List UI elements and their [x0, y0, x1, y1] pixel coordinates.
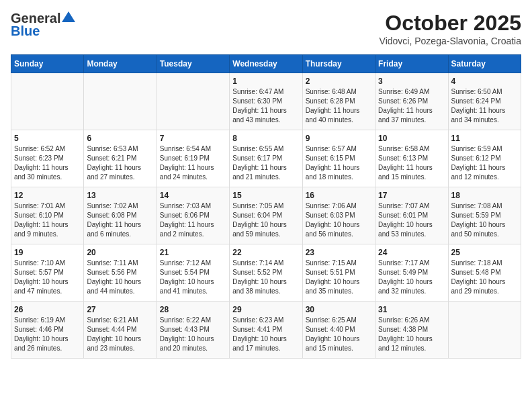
day-number: 4 [451, 77, 518, 86]
day-number: 28 [160, 305, 226, 314]
calendar-cell: 20Sunrise: 7:11 AM Sunset: 5:56 PM Dayli… [84, 244, 157, 302]
day-info: Sunrise: 7:03 AM Sunset: 6:06 PM Dayligh… [160, 201, 226, 239]
calendar-cell: 25Sunrise: 7:18 AM Sunset: 5:48 PM Dayli… [448, 244, 521, 302]
week-row-5: 26Sunrise: 6:19 AM Sunset: 4:46 PM Dayli… [11, 302, 521, 359]
day-info: Sunrise: 7:08 AM Sunset: 5:59 PM Dayligh… [451, 201, 518, 239]
day-info: Sunrise: 6:21 AM Sunset: 4:44 PM Dayligh… [87, 316, 153, 353]
day-number: 27 [87, 305, 153, 314]
day-info: Sunrise: 7:05 AM Sunset: 6:04 PM Dayligh… [232, 201, 299, 239]
day-info: Sunrise: 6:48 AM Sunset: 6:28 PM Dayligh… [306, 87, 372, 125]
calendar-cell: 6Sunrise: 6:53 AM Sunset: 6:21 PM Daylig… [84, 130, 157, 187]
calendar-cell: 13Sunrise: 7:02 AM Sunset: 6:08 PM Dayli… [84, 187, 157, 244]
day-number: 12 [14, 191, 81, 200]
day-number: 2 [306, 77, 372, 86]
day-number: 17 [378, 191, 445, 200]
day-info: Sunrise: 6:57 AM Sunset: 6:15 PM Dayligh… [306, 144, 372, 182]
calendar-cell: 5Sunrise: 6:52 AM Sunset: 6:23 PM Daylig… [11, 130, 84, 187]
day-info: Sunrise: 6:50 AM Sunset: 6:24 PM Dayligh… [451, 87, 518, 125]
day-info: Sunrise: 6:55 AM Sunset: 6:17 PM Dayligh… [232, 144, 299, 182]
day-header-sunday: Sunday [11, 55, 84, 73]
calendar-cell: 24Sunrise: 7:17 AM Sunset: 5:49 PM Dayli… [375, 244, 448, 302]
day-header-tuesday: Tuesday [157, 55, 229, 73]
day-info: Sunrise: 7:10 AM Sunset: 5:57 PM Dayligh… [14, 259, 81, 296]
calendar-cell [84, 73, 157, 130]
logo: General Blue [11, 11, 75, 39]
day-info: Sunrise: 6:49 AM Sunset: 6:26 PM Dayligh… [378, 87, 445, 125]
calendar-cell: 17Sunrise: 7:07 AM Sunset: 6:01 PM Dayli… [375, 187, 448, 244]
day-number: 9 [306, 134, 372, 143]
day-header-monday: Monday [84, 55, 157, 73]
day-number: 13 [87, 191, 153, 200]
day-number: 25 [451, 248, 518, 257]
day-header-saturday: Saturday [448, 55, 521, 73]
calendar-cell [157, 73, 229, 130]
day-number: 10 [378, 134, 445, 143]
day-header-wednesday: Wednesday [230, 55, 302, 73]
day-info: Sunrise: 7:11 AM Sunset: 5:56 PM Dayligh… [87, 259, 153, 296]
calendar-cell: 30Sunrise: 6:25 AM Sunset: 4:40 PM Dayli… [302, 302, 375, 359]
logo-icon [62, 11, 75, 22]
calendar-cell: 2Sunrise: 6:48 AM Sunset: 6:28 PM Daylig… [302, 73, 375, 130]
day-info: Sunrise: 6:23 AM Sunset: 4:41 PM Dayligh… [232, 316, 299, 353]
calendar-cell [448, 302, 521, 359]
calendar-cell: 3Sunrise: 6:49 AM Sunset: 6:26 PM Daylig… [375, 73, 448, 130]
day-info: Sunrise: 6:52 AM Sunset: 6:23 PM Dayligh… [14, 144, 81, 182]
day-number: 16 [306, 191, 372, 200]
calendar-cell: 27Sunrise: 6:21 AM Sunset: 4:44 PM Dayli… [84, 302, 157, 359]
title-block: October 2025 Vidovci, Pozega-Slavonia, C… [380, 11, 521, 46]
day-number: 3 [378, 77, 445, 86]
svg-marker-0 [62, 11, 75, 22]
calendar-cell: 19Sunrise: 7:10 AM Sunset: 5:57 PM Dayli… [11, 244, 84, 302]
day-number: 30 [306, 305, 372, 314]
calendar-cell: 4Sunrise: 6:50 AM Sunset: 6:24 PM Daylig… [448, 73, 521, 130]
header-row: SundayMondayTuesdayWednesdayThursdayFrid… [11, 55, 521, 73]
day-info: Sunrise: 7:07 AM Sunset: 6:01 PM Dayligh… [378, 201, 445, 239]
day-number: 1 [232, 77, 299, 86]
calendar-cell: 7Sunrise: 6:54 AM Sunset: 6:19 PM Daylig… [157, 130, 229, 187]
day-number: 23 [306, 248, 372, 257]
calendar-cell: 23Sunrise: 7:15 AM Sunset: 5:51 PM Dayli… [302, 244, 375, 302]
calendar-cell: 21Sunrise: 7:12 AM Sunset: 5:54 PM Dayli… [157, 244, 229, 302]
day-info: Sunrise: 7:15 AM Sunset: 5:51 PM Dayligh… [306, 259, 372, 296]
calendar-cell: 18Sunrise: 7:08 AM Sunset: 5:59 PM Dayli… [448, 187, 521, 244]
calendar-cell: 12Sunrise: 7:01 AM Sunset: 6:10 PM Dayli… [11, 187, 84, 244]
day-info: Sunrise: 7:12 AM Sunset: 5:54 PM Dayligh… [160, 259, 226, 296]
day-number: 21 [160, 248, 226, 257]
calendar-cell: 1Sunrise: 6:47 AM Sunset: 6:30 PM Daylig… [230, 73, 302, 130]
calendar-cell [11, 73, 84, 130]
day-number: 5 [14, 134, 81, 143]
day-info: Sunrise: 7:17 AM Sunset: 5:49 PM Dayligh… [378, 259, 445, 296]
day-info: Sunrise: 7:01 AM Sunset: 6:10 PM Dayligh… [14, 201, 81, 239]
day-number: 14 [160, 191, 226, 200]
calendar-cell: 22Sunrise: 7:14 AM Sunset: 5:52 PM Dayli… [230, 244, 302, 302]
calendar-title: October 2025 [380, 11, 521, 36]
calendar-cell: 26Sunrise: 6:19 AM Sunset: 4:46 PM Dayli… [11, 302, 84, 359]
calendar-cell: 29Sunrise: 6:23 AM Sunset: 4:41 PM Dayli… [230, 302, 302, 359]
calendar-subtitle: Vidovci, Pozega-Slavonia, Croatia [380, 36, 521, 46]
calendar-cell: 14Sunrise: 7:03 AM Sunset: 6:06 PM Dayli… [157, 187, 229, 244]
calendar-cell: 28Sunrise: 6:22 AM Sunset: 4:43 PM Dayli… [157, 302, 229, 359]
day-info: Sunrise: 7:02 AM Sunset: 6:08 PM Dayligh… [87, 201, 153, 239]
week-row-1: 1Sunrise: 6:47 AM Sunset: 6:30 PM Daylig… [11, 73, 521, 130]
day-info: Sunrise: 6:54 AM Sunset: 6:19 PM Dayligh… [160, 144, 226, 182]
day-number: 20 [87, 248, 153, 257]
day-number: 11 [451, 134, 518, 143]
day-number: 29 [232, 305, 299, 314]
calendar-cell: 10Sunrise: 6:58 AM Sunset: 6:13 PM Dayli… [375, 130, 448, 187]
day-info: Sunrise: 6:53 AM Sunset: 6:21 PM Dayligh… [87, 144, 153, 182]
day-number: 8 [232, 134, 299, 143]
day-header-friday: Friday [375, 55, 448, 73]
day-info: Sunrise: 6:19 AM Sunset: 4:46 PM Dayligh… [14, 316, 81, 353]
day-number: 22 [232, 248, 299, 257]
calendar-cell: 15Sunrise: 7:05 AM Sunset: 6:04 PM Dayli… [230, 187, 302, 244]
week-row-2: 5Sunrise: 6:52 AM Sunset: 6:23 PM Daylig… [11, 130, 521, 187]
day-header-thursday: Thursday [302, 55, 375, 73]
week-row-3: 12Sunrise: 7:01 AM Sunset: 6:10 PM Dayli… [11, 187, 521, 244]
calendar-cell: 16Sunrise: 7:06 AM Sunset: 6:03 PM Dayli… [302, 187, 375, 244]
calendar-cell: 11Sunrise: 6:59 AM Sunset: 6:12 PM Dayli… [448, 130, 521, 187]
day-info: Sunrise: 6:59 AM Sunset: 6:12 PM Dayligh… [451, 144, 518, 182]
day-info: Sunrise: 7:18 AM Sunset: 5:48 PM Dayligh… [451, 259, 518, 296]
day-info: Sunrise: 6:58 AM Sunset: 6:13 PM Dayligh… [378, 144, 445, 182]
day-number: 7 [160, 134, 226, 143]
calendar-cell: 8Sunrise: 6:55 AM Sunset: 6:17 PM Daylig… [230, 130, 302, 187]
